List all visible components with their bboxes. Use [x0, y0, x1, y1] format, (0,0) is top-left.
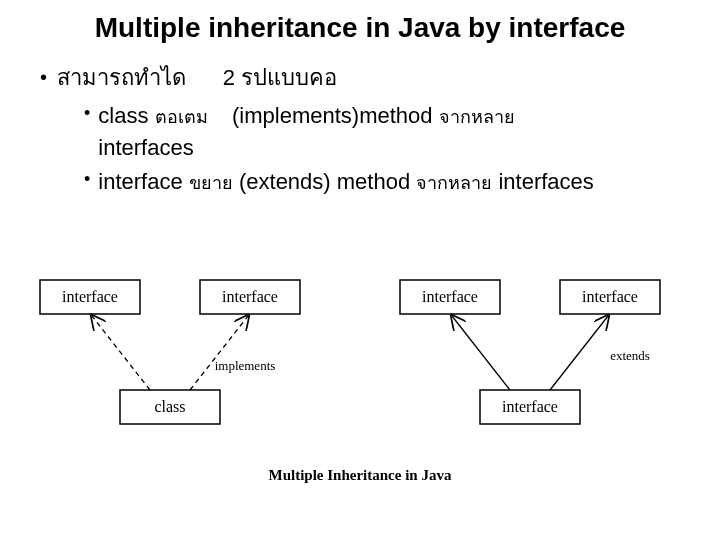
bullet-1: • สามารถทำได 2 รปแบบคอ [40, 62, 690, 94]
sub-bullet-1: • class ตอเตม (implements)method จากหลาย… [84, 100, 690, 164]
implements-arrow-1 [92, 316, 150, 390]
extends-label: extends [610, 348, 650, 363]
bullet-dot-icon: • [40, 62, 47, 92]
bullet-dot-icon: • [84, 166, 90, 193]
implements-arrow-2 [190, 316, 248, 390]
bullet-1-part-b: 2 รปแบบคอ [223, 65, 337, 90]
extends-arrow-2 [550, 316, 608, 390]
sub2-extends: (extends) method [239, 169, 410, 194]
sub-bullet-list: • class ตอเตม (implements)method จากหลาย… [84, 100, 690, 198]
bullet-dot-icon: • [84, 100, 90, 127]
diagram-right: interface interface interface extends [400, 280, 660, 424]
implements-label: implements [215, 358, 276, 373]
sub1-implements: (implements)method [232, 103, 433, 128]
sub1-thai2: จากหลาย [439, 107, 515, 127]
sub-bullet-2: • interface ขยาย (extends) method จากหลา… [84, 166, 690, 198]
bullet-1-part-a: สามารถทำได [57, 65, 186, 90]
diagram-left: interface interface class implements [40, 280, 300, 424]
bullet-list: • สามารถทำได 2 รปแบบคอ • class ตอเตม (im… [0, 62, 720, 198]
left-bottom-label: class [154, 398, 185, 415]
sub2-interfaces: interfaces [498, 169, 593, 194]
diagram-area: interface interface class implements int… [20, 270, 700, 500]
sub2-thai2: จากหลาย [416, 173, 492, 193]
inheritance-diagram: interface interface class implements int… [20, 270, 700, 500]
sub1-interfaces: interfaces [98, 135, 193, 160]
sub1-class: class [98, 103, 148, 128]
bullet-1-text: สามารถทำได 2 รปแบบคอ [57, 62, 690, 94]
extends-arrow-1 [452, 316, 510, 390]
right-bottom-label: interface [502, 398, 558, 415]
sub2-thai1: ขยาย [189, 173, 233, 193]
right-top-label-1: interface [422, 288, 478, 305]
sub-bullet-2-text: interface ขยาย (extends) method จากหลาย … [98, 166, 690, 198]
slide-title: Multiple inheritance in Java by interfac… [0, 12, 720, 44]
sub-bullet-1-text: class ตอเตม (implements)method จากหลาย i… [98, 100, 690, 164]
diagram-caption: Multiple Inheritance in Java [269, 467, 452, 483]
sub2-interface: interface [98, 169, 182, 194]
left-top-label-2: interface [222, 288, 278, 305]
sub1-thai1: ตอเตม [155, 107, 208, 127]
left-top-label-1: interface [62, 288, 118, 305]
right-top-label-2: interface [582, 288, 638, 305]
